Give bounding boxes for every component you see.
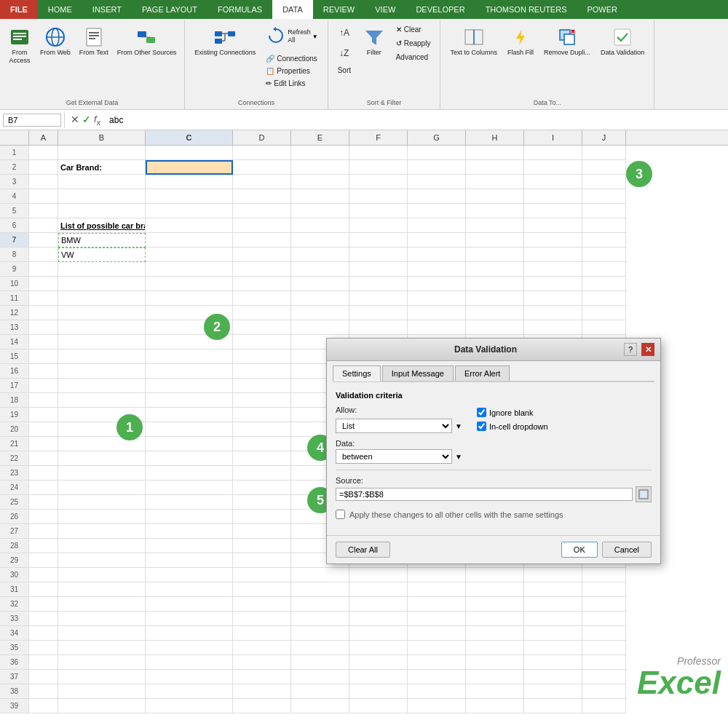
cell-c24[interactable] [146,480,233,495]
cell-d10[interactable] [233,277,291,291]
cell-a7[interactable] [29,233,58,248]
cell-e1[interactable] [291,146,349,160]
cell-h4[interactable] [466,189,524,204]
cell-i32[interactable] [524,597,582,612]
cell-f13[interactable] [349,320,408,335]
cell-g12[interactable] [408,306,466,320]
cell-h9[interactable] [466,262,524,277]
cell-a4[interactable] [29,189,58,204]
cell-a39[interactable] [29,699,58,713]
cell-d19[interactable] [233,408,291,422]
cell-j7[interactable] [582,233,626,248]
cell-c20[interactable] [146,422,233,437]
cell-b15[interactable] [58,349,146,364]
cell-c5[interactable] [146,204,233,218]
cell-g4[interactable] [408,189,466,204]
cell-f11[interactable] [349,291,408,306]
cell-j6[interactable] [582,218,626,233]
cell-h13[interactable] [466,320,524,335]
cell-e31[interactable] [291,582,349,597]
cell-a35[interactable] [29,641,58,655]
cell-b27[interactable] [58,524,146,539]
cell-g30[interactable] [408,568,466,582]
dialog-tab-settings[interactable]: Settings [333,365,381,381]
cell-c3[interactable] [146,175,233,189]
cell-d1[interactable] [233,146,291,160]
remove-duplicates-button[interactable]: Remove Dupli... [540,23,594,59]
cell-c4[interactable] [146,189,233,204]
cell-d26[interactable] [233,510,291,524]
cell-c30[interactable] [146,568,233,582]
cell-f10[interactable] [349,277,408,291]
cell-d33[interactable] [233,612,291,626]
dialog-tab-error-alert[interactable]: Error Alert [455,365,510,381]
cell-i4[interactable] [524,189,582,204]
clear-all-button[interactable]: Clear All [336,542,390,558]
cell-d16[interactable] [233,364,291,379]
tab-thomson[interactable]: THOMSON REUTERS [475,0,577,19]
advanced-button[interactable]: Advanced [392,51,435,63]
cell-a8[interactable] [29,248,58,262]
cell-b2[interactable]: Car Brand: [58,160,146,175]
cell-i39[interactable] [524,699,582,713]
cell-e35[interactable] [291,641,349,655]
cell-b38[interactable] [58,684,146,699]
cell-h6[interactable] [466,218,524,233]
cell-h31[interactable] [466,582,524,597]
cell-e5[interactable] [291,204,349,218]
cell-e8[interactable] [291,248,349,262]
cell-d34[interactable] [233,626,291,641]
cell-c18[interactable] [146,393,233,408]
cell-h1[interactable] [466,146,524,160]
cell-i2[interactable] [524,160,582,175]
cell-i13[interactable] [524,320,582,335]
cell-h5[interactable] [466,204,524,218]
cell-i3[interactable] [524,175,582,189]
cell-j35[interactable] [582,641,626,655]
cell-b30[interactable] [58,568,146,582]
cell-b12[interactable] [58,306,146,320]
cell-g11[interactable] [408,291,466,306]
cell-b35[interactable] [58,641,146,655]
connections-link-button[interactable]: 🔗 Connections [262,52,321,65]
cell-d31[interactable] [233,582,291,597]
tab-developer[interactable]: DEVELOPER [405,0,475,19]
cell-e13[interactable] [291,320,349,335]
cell-a23[interactable] [29,466,58,480]
cell-f35[interactable] [349,641,408,655]
cell-b39[interactable] [58,699,146,713]
cell-j30[interactable] [582,568,626,582]
cell-g6[interactable] [408,218,466,233]
cell-f38[interactable] [349,684,408,699]
cell-j11[interactable] [582,291,626,306]
cell-b26[interactable] [58,510,146,524]
cell-i38[interactable] [524,684,582,699]
cell-f2[interactable] [349,160,408,175]
cell-c9[interactable] [146,262,233,277]
cell-d13[interactable] [233,320,291,335]
cell-a26[interactable] [29,510,58,524]
cell-f36[interactable] [349,655,408,670]
cell-a13[interactable] [29,320,58,335]
cell-j13[interactable] [582,320,626,335]
cell-j34[interactable] [582,626,626,641]
from-web-button[interactable]: From Web [36,23,74,59]
cell-a3[interactable] [29,175,58,189]
cell-h10[interactable] [466,277,524,291]
dialog-help-button[interactable]: ? [624,343,637,356]
cell-d30[interactable] [233,568,291,582]
cell-c1[interactable] [146,146,233,160]
cell-e12[interactable] [291,306,349,320]
cell-j39[interactable] [582,699,626,713]
refresh-dropdown-icon[interactable]: ▼ [312,33,318,40]
cell-j5[interactable] [582,204,626,218]
cell-d39[interactable] [233,699,291,713]
cell-f12[interactable] [349,306,408,320]
incell-dropdown-checkbox[interactable]: In-cell dropdown [477,422,548,431]
ok-button[interactable]: OK [561,542,598,558]
file-button[interactable]: FILE [0,0,38,19]
cell-b6[interactable]: List of possible car brands: [58,218,146,233]
ignore-blank-checkbox[interactable]: Ignore blank [477,408,548,417]
incell-dropdown-input[interactable] [477,422,486,431]
cell-d36[interactable] [233,655,291,670]
